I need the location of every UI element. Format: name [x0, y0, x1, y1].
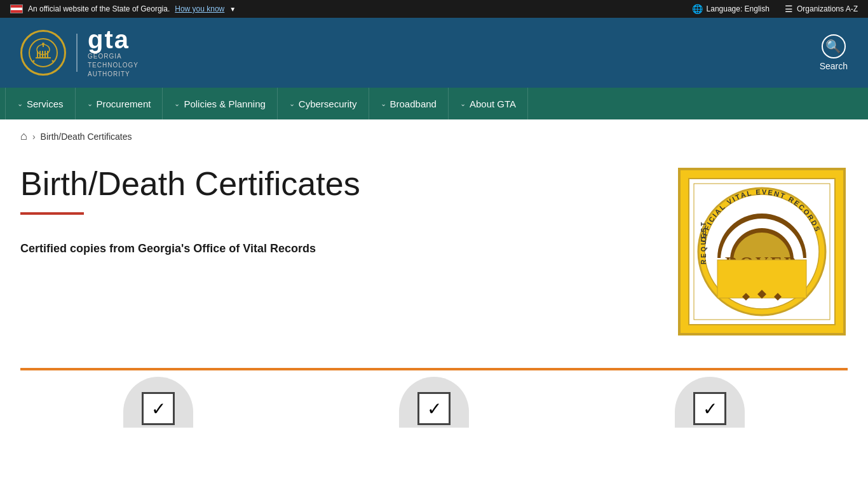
chevron-down-icon: ▼ — [229, 6, 236, 13]
bottom-card-icon-wrap-3: ✓ — [672, 370, 748, 428]
breadcrumb: ⌂ › Birth/Death Certificates — [0, 119, 868, 153]
nav-item-about[interactable]: ⌄ About GTA — [449, 88, 528, 119]
logo-gta-text: gta — [88, 27, 139, 52]
logo-area: gta GEORGIA TECHNOLOGY AUTHORITY — [20, 27, 139, 79]
logo-icon[interactable] — [20, 30, 66, 76]
search-button[interactable]: 🔍 Search — [820, 34, 848, 71]
page-subtitle: Certified copies from Georgia's Office o… — [20, 240, 651, 257]
svg-rect-3 — [39, 51, 41, 57]
check-icon-1: ✓ — [142, 392, 175, 425]
top-bar: An official website of the State of Geor… — [0, 0, 868, 18]
bottom-card-2: ✓ — [296, 365, 572, 434]
content-left: Birth/Death Certificates Certified copie… — [20, 166, 651, 257]
svg-text:REQUEST: REQUEST — [700, 220, 707, 264]
official-website-text: An official website of the State of Geor… — [28, 4, 170, 13]
svg-point-10 — [33, 60, 35, 62]
search-icon: 🔍 — [822, 34, 846, 58]
nav-label-cybersecurity: Cybersecurity — [299, 98, 357, 109]
breadcrumb-home-icon[interactable]: ⌂ — [20, 130, 27, 143]
svg-point-11 — [52, 60, 54, 62]
title-underline — [20, 212, 84, 215]
chevron-icon: ⌄ — [87, 100, 93, 108]
svg-rect-7 — [36, 57, 51, 58]
nav-item-broadband[interactable]: ⌄ Broadband — [369, 88, 449, 119]
logo-divider — [76, 34, 78, 72]
bottom-card-1: ✓ — [20, 365, 296, 434]
logo-subtitle: GEORGIA TECHNOLOGY AUTHORITY — [88, 52, 139, 79]
breadcrumb-separator: › — [32, 132, 36, 142]
svg-rect-5 — [44, 51, 46, 57]
nav-label-policies: Policies & Planning — [184, 98, 265, 109]
chevron-icon: ⌄ — [460, 100, 466, 108]
check-icon-2: ✓ — [417, 392, 451, 425]
globe-icon: 🌐 — [692, 4, 703, 14]
breadcrumb-current-page: Birth/Death Certificates — [41, 132, 132, 142]
check-icon-3: ✓ — [693, 392, 726, 425]
nav-item-cybersecurity[interactable]: ⌄ Cybersecurity — [278, 88, 369, 119]
svg-point-9 — [42, 43, 44, 45]
list-icon: ☰ — [785, 4, 793, 14]
how-you-know-link[interactable]: How you know — [175, 4, 224, 13]
search-label: Search — [820, 61, 848, 71]
chevron-icon: ⌄ — [289, 100, 295, 108]
nav-item-policies[interactable]: ⌄ Policies & Planning — [163, 88, 277, 119]
bottom-card-icon-wrap-1: ✓ — [120, 370, 196, 428]
top-bar-left: An official website of the State of Geor… — [10, 4, 236, 13]
chevron-icon: ⌄ — [381, 100, 386, 108]
nav-label-broadband: Broadband — [390, 98, 437, 109]
bottom-card-icon-wrap-2: ✓ — [396, 370, 472, 428]
organizations-link[interactable]: ☰ Organizations A-Z — [785, 4, 858, 14]
bottom-row: ✓ ✓ ✓ — [0, 365, 868, 434]
site-header: gta GEORGIA TECHNOLOGY AUTHORITY 🔍 Searc… — [0, 18, 868, 88]
nav-label-about: About GTA — [470, 98, 516, 109]
top-bar-right: 🌐 Language: English ☰ Organizations A-Z — [692, 4, 858, 14]
nav-label-procurement: Procurement — [97, 98, 151, 109]
nav-item-procurement[interactable]: ⌄ Procurement — [76, 88, 163, 119]
main-content: Birth/Death Certificates Certified copie… — [0, 153, 868, 365]
logo-text-area: gta GEORGIA TECHNOLOGY AUTHORITY — [88, 27, 139, 79]
bottom-card-3: ✓ — [572, 365, 848, 434]
language-link[interactable]: 🌐 Language: English — [692, 4, 770, 14]
rover-badge-area: ROVER OFFICIAL VITAL EVENT RECORDS — [676, 166, 848, 340]
svg-rect-2 — [37, 51, 38, 57]
rover-badge-svg: ROVER OFFICIAL VITAL EVENT RECORDS — [676, 166, 848, 337]
georgia-flag-icon — [10, 4, 23, 13]
page-title: Birth/Death Certificates — [20, 166, 651, 202]
gta-emblem-svg — [27, 37, 59, 69]
nav-label-services: Services — [27, 98, 64, 109]
chevron-icon: ⌄ — [174, 100, 180, 108]
nav-item-services[interactable]: ⌄ Services — [5, 88, 76, 119]
svg-rect-4 — [42, 51, 43, 57]
chevron-icon: ⌄ — [17, 100, 23, 108]
main-nav: ⌄ Services ⌄ Procurement ⌄ Policies & Pl… — [0, 88, 868, 119]
svg-rect-6 — [47, 51, 48, 57]
